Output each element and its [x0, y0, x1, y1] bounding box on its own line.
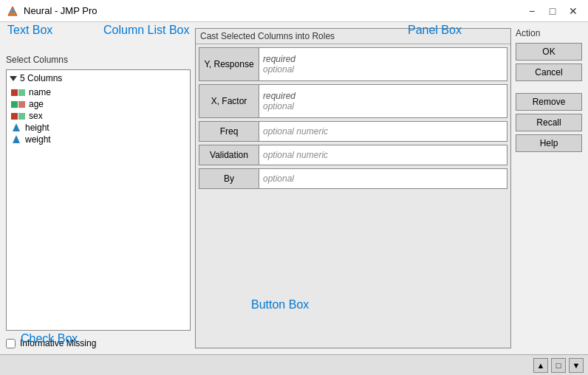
by-hint: optional: [263, 173, 503, 184]
x-factor-button[interactable]: X, Factor: [199, 84, 259, 118]
status-home-icon[interactable]: ▲: [533, 358, 548, 373]
status-window-icon[interactable]: □: [551, 358, 566, 373]
y-response-button[interactable]: Y, Response: [199, 47, 259, 81]
help-button[interactable]: Help: [516, 134, 582, 152]
informative-missing-label: Informative Missing: [20, 338, 96, 348]
app-icon: [6, 4, 19, 18]
main-content: Text Box Column List Box Panel Box Selec…: [0, 22, 588, 354]
cancel-button[interactable]: Cancel: [516, 63, 582, 81]
x-factor-drop-area[interactable]: required optional: [259, 84, 507, 118]
freq-drop-area[interactable]: optional numeric: [259, 121, 507, 142]
col-name: name: [29, 87, 51, 97]
col-type-icon: [11, 113, 25, 120]
columns-header: 5 Columns: [10, 73, 187, 83]
cast-panel-title: Cast Selected Columns into Roles: [196, 29, 510, 44]
ok-button[interactable]: OK: [516, 43, 582, 61]
expand-icon: [10, 76, 17, 81]
x-required-hint: required: [263, 91, 503, 101]
window-controls: − □ ✕: [523, 4, 582, 18]
col-name: age: [29, 99, 44, 109]
select-columns-panel: Select Columns 5 Columns name: [6, 55, 191, 348]
close-button[interactable]: ✕: [564, 4, 582, 18]
y-optional-hint: optional: [263, 64, 503, 75]
window-title: Neural - JMP Pro: [24, 5, 523, 16]
validation-hint: optional numeric: [263, 150, 503, 160]
list-item[interactable]: weight: [10, 134, 187, 145]
label-text-box: Text Box: [7, 24, 52, 37]
col-type-icon: [11, 123, 21, 133]
col-name: sex: [29, 111, 43, 121]
action-panel: Action OK Cancel Remove Recall Help: [516, 28, 582, 348]
action-title: Action: [516, 28, 582, 38]
svg-point-1: [10, 9, 15, 13]
role-row-x-factor: X, Factor required optional: [199, 84, 507, 118]
panels-row: Select Columns 5 Columns name: [6, 55, 582, 348]
column-list-box[interactable]: 5 Columns name age: [6, 69, 191, 331]
col-type-icon: [11, 89, 25, 96]
columns-count: 5 Columns: [20, 73, 62, 83]
freq-button[interactable]: Freq: [199, 121, 259, 142]
select-columns-title: Select Columns: [6, 55, 191, 65]
by-button[interactable]: By: [199, 168, 259, 189]
freq-hint: optional numeric: [263, 126, 503, 137]
role-row-y-response: Y, Response required optional: [199, 47, 507, 81]
minimize-button[interactable]: −: [523, 4, 541, 18]
y-required-hint: required: [263, 54, 503, 64]
list-item[interactable]: name: [10, 86, 187, 98]
col-type-icon: [11, 101, 25, 108]
remove-button[interactable]: Remove: [516, 93, 582, 111]
informative-missing-checkbox[interactable]: [6, 339, 16, 348]
list-item[interactable]: age: [10, 98, 187, 110]
role-rows: Y, Response required optional X, Factor …: [196, 44, 510, 348]
label-column-list-box: Column List Box: [103, 24, 190, 37]
role-row-by: By optional: [199, 168, 507, 189]
role-row-freq: Freq optional numeric: [199, 121, 507, 142]
x-optional-hint: optional: [263, 101, 503, 111]
maximize-button[interactable]: □: [544, 4, 561, 18]
recall-button[interactable]: Recall: [516, 114, 582, 131]
col-name: height: [25, 123, 49, 133]
by-drop-area[interactable]: optional: [259, 168, 507, 189]
validation-button[interactable]: Validation: [199, 145, 259, 165]
col-type-icon: [11, 134, 21, 145]
role-row-validation: Validation optional numeric: [199, 145, 507, 165]
status-bar: ▲ □ ▼: [0, 354, 588, 375]
validation-drop-area[interactable]: optional numeric: [259, 145, 507, 165]
list-item[interactable]: height: [10, 122, 187, 134]
title-bar: Neural - JMP Pro − □ ✕: [0, 0, 588, 22]
status-down-icon[interactable]: ▼: [569, 358, 584, 373]
informative-missing-row: Informative Missing: [6, 338, 191, 348]
list-item[interactable]: sex: [10, 110, 187, 122]
y-response-drop-area[interactable]: required optional: [259, 47, 507, 81]
col-name: weight: [25, 134, 51, 145]
cast-columns-panel: Cast Selected Columns into Roles Y, Resp…: [195, 28, 511, 348]
